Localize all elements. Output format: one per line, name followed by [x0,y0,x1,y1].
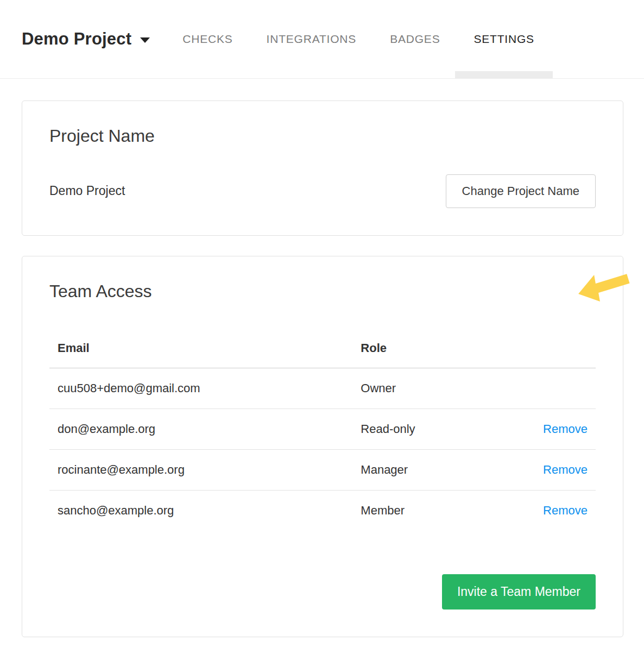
remove-member-link[interactable]: Remove [543,504,588,517]
project-switcher[interactable]: Demo Project [22,29,150,49]
current-project-name: Demo Project [49,184,125,198]
role-column-header: Role [352,329,478,368]
team-members-table: Email Role cuu508+demo@gmail.com Owner d… [49,329,596,531]
caret-down-icon [140,37,150,43]
tab-badges[interactable]: BADGES [389,0,441,78]
team-access-card-title: Team Access [49,281,596,301]
team-access-card: Team Access Email Role cuu508+demo@gmail… [22,256,623,637]
project-name-row: Demo Project Change Project Name [49,174,596,208]
change-project-name-button[interactable]: Change Project Name [446,174,596,208]
invite-team-member-button[interactable]: Invite a Team Member [442,574,596,610]
member-actions: Remove [478,490,596,531]
member-email: sancho@example.org [49,490,352,531]
project-name-card: Project Name Demo Project Change Project… [22,100,623,236]
member-actions [478,368,596,409]
tab-checks[interactable]: CHECKS [181,0,233,78]
project-name-card-title: Project Name [49,126,596,146]
tab-settings[interactable]: SETTINGS [472,0,535,78]
table-row: don@example.org Read-only Remove [49,409,596,449]
actions-column-header [478,329,596,368]
member-role: Member [352,490,478,531]
member-role: Read-only [352,409,478,449]
member-email: rocinante@example.org [49,449,352,490]
tab-integrations[interactable]: INTEGRATIONS [266,0,358,78]
member-email: cuu508+demo@gmail.com [49,368,352,409]
member-role: Owner [352,368,478,409]
member-role: Manager [352,449,478,490]
member-email: don@example.org [49,409,352,449]
table-row: rocinante@example.org Manager Remove [49,449,596,490]
invite-row: Invite a Team Member [49,574,596,610]
table-row: cuu508+demo@gmail.com Owner [49,368,596,409]
remove-member-link[interactable]: Remove [543,463,588,476]
project-switcher-label: Demo Project [22,29,131,49]
settings-page: Project Name Demo Project Change Project… [0,79,644,637]
member-actions: Remove [478,449,596,490]
table-row: sancho@example.org Member Remove [49,490,596,531]
remove-member-link[interactable]: Remove [543,422,588,436]
nav-tabs: CHECKS INTEGRATIONS BADGES SETTINGS [181,0,535,78]
email-column-header: Email [49,329,352,368]
top-nav: Demo Project CHECKS INTEGRATIONS BADGES … [0,0,644,79]
member-actions: Remove [478,409,596,449]
table-header-row: Email Role [49,329,596,368]
